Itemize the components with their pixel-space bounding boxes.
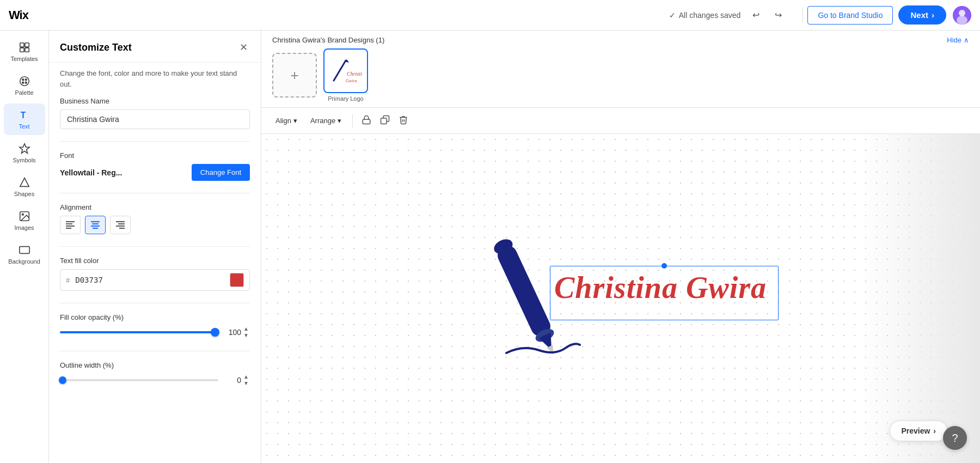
svg-rect-36 — [494, 242, 554, 339]
logo-strip: Christina Gwira's Brand Designs (1) Hide… — [261, 31, 980, 108]
svg-rect-23 — [92, 223, 99, 224]
delete-toolbar-button[interactable] — [395, 112, 412, 130]
svg-point-11 — [25, 82, 27, 83]
svg-rect-4 — [24, 43, 28, 47]
topbar: Wix ✓ All changes saved ↩ ↪ Go to Brand … — [0, 0, 980, 31]
align-center-icon — [91, 221, 100, 229]
svg-point-8 — [22, 79, 23, 81]
alignment-row — [60, 216, 250, 234]
add-logo-button[interactable]: + — [272, 53, 317, 98]
logo-strip-row: + Christina Gwira Primary Logo — [272, 48, 969, 102]
svg-rect-18 — [66, 221, 75, 222]
font-group: Font Yellowtail - Reg... Change Font — [60, 151, 250, 181]
help-button[interactable]: ? — [943, 426, 967, 450]
alignment-group: Alignment — [60, 203, 250, 234]
sidebar-item-templates[interactable]: Templates — [4, 36, 45, 68]
panel-body: Business Name Font Yellowtail - Reg... C… — [49, 97, 261, 463]
svg-marker-13 — [19, 144, 29, 153]
svg-rect-33 — [363, 119, 370, 124]
primary-logo-inner[interactable]: Christina Gwira — [323, 48, 368, 93]
templates-icon — [19, 41, 30, 53]
saved-status: ✓ All changes saved — [669, 11, 741, 20]
arrange-chevron-icon: ▾ — [338, 117, 341, 125]
primary-logo-thumb: Christina Gwira Primary Logo — [323, 48, 368, 102]
preview-arrow-icon: › — [933, 427, 936, 435]
align-center-button[interactable] — [85, 216, 106, 234]
alignment-label: Alignment — [60, 203, 250, 211]
svg-point-16 — [22, 214, 23, 215]
canvas-area: Christina Gwira's Brand Designs (1) Hide… — [261, 31, 980, 463]
opacity-slider-track[interactable] — [60, 331, 218, 333]
canvas-workspace[interactable]: Christina Gwira Preview › — [261, 134, 980, 463]
opacity-increase-button[interactable]: ▲ — [242, 326, 250, 332]
text-fill-color-label: Text fill color — [60, 257, 250, 265]
svg-text:T: T — [20, 111, 26, 120]
images-icon — [19, 210, 30, 222]
business-name-group: Business Name — [60, 97, 250, 129]
align-group: Align ▾ Arrange ▾ — [270, 113, 347, 128]
sidebar-icons: Templates Palette T Text Symbols Shapes … — [0, 31, 49, 463]
svg-point-2 — [957, 16, 967, 25]
undo-button[interactable]: ↩ — [749, 7, 763, 23]
outline-decrease-button[interactable]: ▼ — [242, 380, 250, 387]
color-hex-input[interactable] — [75, 276, 224, 284]
sidebar-item-shapes[interactable]: Shapes — [4, 171, 45, 203]
svg-point-7 — [20, 77, 29, 86]
brand-studio-button[interactable]: Go to Brand Studio — [807, 6, 893, 25]
close-button[interactable]: ✕ — [237, 40, 250, 54]
business-name-input[interactable] — [60, 109, 250, 129]
opacity-value: 100 — [225, 328, 241, 337]
primary-logo-preview: Christina Gwira — [329, 56, 362, 86]
panel-subtitle: Change the font, color and more to make … — [49, 63, 261, 97]
divider-3 — [60, 246, 250, 247]
svg-rect-27 — [118, 223, 125, 224]
duplicate-toolbar-button[interactable] — [377, 112, 393, 130]
svg-rect-35 — [381, 118, 387, 124]
canvas-toolbar: Align ▾ Arrange ▾ — [261, 108, 980, 134]
redo-button[interactable]: ↪ — [771, 7, 785, 23]
lock-icon — [362, 115, 371, 125]
color-swatch[interactable] — [230, 273, 244, 287]
sidebar-item-palette[interactable]: Palette — [4, 70, 45, 101]
preview-button[interactable]: Preview › — [890, 421, 947, 441]
avatar[interactable] — [953, 6, 971, 25]
svg-rect-3 — [20, 43, 23, 47]
duplicate-icon — [380, 115, 390, 125]
panel-title: Customize Text — [60, 42, 132, 53]
outline-slider-thumb[interactable] — [59, 376, 66, 384]
outline-slider-track[interactable] — [60, 379, 218, 381]
align-toolbar-button[interactable]: Align ▾ — [270, 113, 303, 128]
svg-point-9 — [25, 79, 27, 81]
align-left-button[interactable] — [60, 216, 81, 234]
sidebar-item-background[interactable]: Background — [4, 239, 45, 270]
opacity-decrease-button[interactable]: ▼ — [242, 332, 250, 339]
svg-rect-21 — [66, 228, 71, 229]
outline-row: 0 ▲ ▼ — [60, 374, 250, 387]
hide-button[interactable]: Hide ∧ — [947, 36, 969, 44]
svg-rect-19 — [66, 223, 72, 224]
opacity-value-wrap: 100 ▲ ▼ — [225, 326, 250, 339]
opacity-row: 100 ▲ ▼ — [60, 326, 250, 339]
svg-rect-5 — [20, 48, 23, 52]
svg-rect-17 — [19, 247, 29, 254]
align-right-button[interactable] — [110, 216, 131, 234]
divider-5 — [60, 351, 250, 351]
text-fill-color-group: Text fill color # — [60, 257, 250, 291]
outline-increase-button[interactable]: ▲ — [242, 374, 250, 380]
align-chevron-icon: ▾ — [293, 117, 297, 125]
sidebar-item-text[interactable]: T Text — [4, 103, 45, 135]
next-button[interactable]: Next › — [898, 5, 946, 25]
opacity-slider-thumb[interactable] — [211, 328, 219, 337]
hide-chevron-icon: ∧ — [964, 36, 969, 44]
color-hash: # — [66, 276, 70, 284]
font-label: Font — [60, 151, 250, 160]
change-font-button[interactable]: Change Font — [192, 164, 250, 181]
arrange-toolbar-button[interactable]: Arrange ▾ — [305, 113, 347, 128]
logo-strip-title: Christina Gwira's Brand Designs (1) — [272, 36, 384, 44]
sidebar-item-symbols[interactable]: Symbols — [4, 137, 45, 169]
lock-toolbar-button[interactable] — [358, 112, 375, 130]
shapes-icon — [19, 176, 30, 188]
brand-text[interactable]: Christina Gwira — [554, 270, 767, 305]
color-row[interactable]: # — [60, 269, 250, 291]
sidebar-item-images[interactable]: Images — [4, 205, 45, 236]
